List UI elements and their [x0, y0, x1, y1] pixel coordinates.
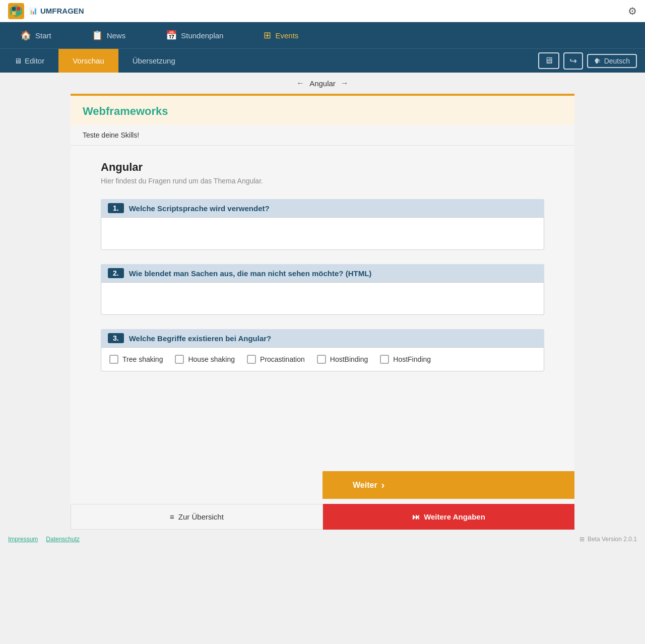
weitere-angaben-button[interactable]: ⏭ Weitere Angaben — [323, 504, 574, 530]
svg-rect-4 — [12, 12, 16, 15]
quiz-desc: Hier findest du Fragen rund um das Thema… — [101, 177, 544, 185]
page-footer: Impressum Datenschutz ⊞ Beta Version 2.0… — [0, 530, 645, 549]
app-logo — [8, 3, 24, 19]
question-2-input[interactable] — [108, 289, 537, 307]
checkbox-hostbinding[interactable] — [317, 355, 326, 364]
option-hostbinding[interactable]: HostBinding — [317, 355, 368, 364]
weiter-area: Weiter › — [71, 466, 574, 504]
checkbox-hostfinding[interactable] — [380, 355, 389, 364]
main-content: Webframeworks Teste deine Skills! Angula… — [71, 94, 574, 530]
question-1-input[interactable] — [108, 224, 537, 242]
overview-icon: ≡ — [170, 512, 174, 521]
breadcrumb-label: Angular — [309, 79, 336, 88]
brand-text: UMFRAGEN — [40, 7, 84, 15]
calendar-icon: 📅 — [166, 30, 177, 41]
option-hostbinding-label: HostBinding — [330, 355, 368, 363]
option-tree-shaking[interactable]: Tree shaking — [109, 355, 163, 364]
svg-rect-3 — [17, 7, 20, 11]
breadcrumb: ← Angular → — [0, 73, 645, 94]
quiz-title: Angular — [101, 161, 544, 174]
news-icon: 📋 — [92, 30, 103, 41]
weitere-label: Weitere Angaben — [424, 512, 485, 521]
breadcrumb-next[interactable]: → — [341, 79, 349, 88]
question-3-header: 3. Welche Begriffe existieren bei Angula… — [101, 329, 544, 347]
option-procastination-label: Procastination — [260, 355, 305, 363]
footer-links: Impressum Datenschutz — [8, 536, 80, 543]
checkbox-tree-shaking[interactable] — [109, 355, 118, 364]
subnav-ubersetzung-label: Übersetzung — [133, 56, 175, 65]
question-3: 3. Welche Begriffe existieren bei Angula… — [101, 329, 544, 371]
svg-rect-5 — [17, 12, 20, 15]
weiter-arrow: › — [381, 479, 385, 491]
question-1-answer-box — [101, 217, 544, 250]
survey-container: Webframeworks Teste deine Skills! Angula… — [71, 94, 574, 530]
question-1: 1. Welche Scriptsprache wird verwendet? — [101, 199, 544, 250]
option-procastination[interactable]: Procastination — [247, 355, 305, 364]
weiter-label: Weiter — [353, 481, 377, 490]
editor-icon: 🖥 — [14, 56, 22, 65]
question-2: 2. Wie blendet man Sachen aus, die man n… — [101, 264, 544, 315]
lang-icon: 🗣 — [594, 57, 601, 65]
nav-news[interactable]: 📋 News — [72, 22, 146, 48]
share-button[interactable]: ↪ — [563, 52, 583, 70]
survey-body: Angular Hier findest du Fragen rund um d… — [71, 146, 574, 466]
settings-icon[interactable]: ⚙ — [628, 5, 637, 17]
bottom-bar: ≡ Zur Übersicht ⏭ Weitere Angaben — [71, 504, 574, 530]
nav-news-label: News — [107, 31, 126, 40]
option-house-shaking[interactable]: House shaking — [175, 355, 235, 364]
top-bar-left: 📊 UMFRAGEN — [8, 3, 84, 19]
option-house-shaking-label: House shaking — [188, 355, 235, 363]
lang-label: Deutsch — [604, 57, 630, 65]
survey-subtitle: Teste deine Skills! — [71, 125, 574, 146]
svg-rect-2 — [12, 7, 16, 11]
overview-button[interactable]: ≡ Zur Übersicht — [71, 504, 323, 530]
brand-label: 📊 UMFRAGEN — [29, 7, 84, 15]
question-2-text: Wie blendet man Sachen aus, die man nich… — [129, 269, 372, 278]
version-icon: ⊞ — [579, 536, 585, 543]
preview-button[interactable]: 🖥 — [538, 52, 559, 69]
option-hostfinding[interactable]: HostFinding — [380, 355, 431, 364]
question-3-text: Welche Begriffe existieren bei Angular? — [129, 334, 272, 343]
events-icon: ⊞ — [264, 30, 271, 41]
sub-nav-left: 🖥 Editor Vorschau Übersetzung — [0, 49, 189, 73]
weitere-icon: ⏭ — [412, 512, 420, 521]
question-1-text: Welche Scriptsprache wird verwendet? — [129, 204, 270, 213]
nav-stundenplan[interactable]: 📅 Stundenplan — [146, 22, 243, 48]
sub-nav-right: 🖥 ↪ 🗣 Deutsch — [538, 49, 645, 73]
overview-label: Zur Übersicht — [178, 512, 224, 521]
subnav-ubersetzung[interactable]: Übersetzung — [118, 49, 189, 73]
nav-stundenplan-label: Stundenplan — [181, 31, 223, 40]
version-text: Beta Version 2.0.1 — [588, 536, 637, 543]
impressum-link[interactable]: Impressum — [8, 536, 38, 543]
top-bar: 📊 UMFRAGEN ⚙ — [0, 0, 645, 22]
language-button[interactable]: 🗣 Deutsch — [587, 54, 637, 68]
spacer — [101, 385, 544, 446]
survey-header: Webframeworks — [71, 94, 574, 125]
option-tree-shaking-label: Tree shaking — [122, 355, 163, 363]
question-2-answer-box — [101, 282, 544, 315]
checkbox-house-shaking[interactable] — [175, 355, 184, 364]
weiter-button[interactable]: Weiter › — [322, 471, 574, 499]
home-icon: 🏠 — [20, 30, 31, 41]
question-1-header: 1. Welche Scriptsprache wird verwendet? — [101, 199, 544, 217]
version-info: ⊞ Beta Version 2.0.1 — [579, 536, 637, 543]
breadcrumb-prev[interactable]: ← — [296, 79, 304, 88]
datenschutz-link[interactable]: Datenschutz — [46, 536, 80, 543]
nav-events[interactable]: ⊞ Events — [243, 22, 318, 48]
nav-start[interactable]: 🏠 Start — [0, 22, 72, 48]
survey-title: Webframeworks — [83, 105, 562, 118]
question-2-num: 2. — [108, 268, 124, 278]
main-nav: 🏠 Start 📋 News 📅 Stundenplan ⊞ Events — [0, 22, 645, 48]
subnav-editor-label: Editor — [25, 56, 44, 65]
option-hostfinding-label: HostFinding — [393, 355, 431, 363]
question-1-num: 1. — [108, 203, 124, 213]
question-3-options: Tree shaking House shaking Procastinatio… — [101, 347, 544, 371]
question-3-num: 3. — [108, 333, 124, 343]
subnav-editor[interactable]: 🖥 Editor — [0, 49, 58, 73]
checkbox-procastination[interactable] — [247, 355, 256, 364]
subnav-vorschau-label: Vorschau — [73, 56, 104, 65]
nav-start-label: Start — [35, 31, 51, 40]
sub-nav: 🖥 Editor Vorschau Übersetzung 🖥 ↪ 🗣 Deut… — [0, 48, 645, 73]
subnav-vorschau[interactable]: Vorschau — [58, 49, 118, 73]
question-2-header: 2. Wie blendet man Sachen aus, die man n… — [101, 264, 544, 282]
